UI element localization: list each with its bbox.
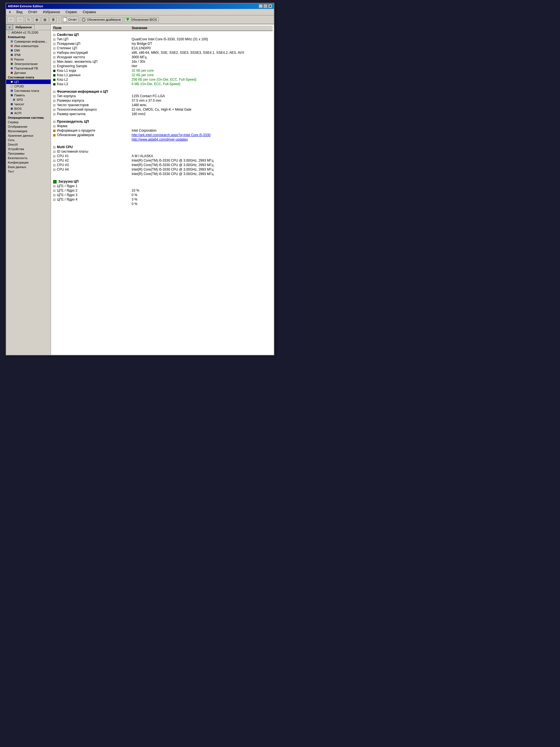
sidebar-item-mobo[interactable]: Системная плата (6, 88, 51, 93)
sidebar-item-database[interactable]: База данных (6, 165, 51, 169)
section-icon-physical (53, 91, 55, 93)
sidebar-item-hostname[interactable]: Имя компьютера (6, 44, 51, 48)
table-row: ЦП1 / Ядро 2 10 % (52, 188, 273, 193)
aida-link[interactable]: http://www.aida64.com/driver-updates (132, 137, 188, 141)
table-row: Исходная частота 3000 МГц (52, 55, 273, 59)
refresh-button[interactable]: ↻ (25, 17, 32, 23)
maximize-button[interactable]: □ (264, 4, 267, 8)
table-row: ID системной платы (52, 149, 273, 154)
sidebar-tab-о[interactable]: о (6, 24, 13, 30)
table-row: Число транзисторов 1480 млн. (52, 103, 273, 107)
toolbar: ← → ↻ ⊗ ⊞ 🖥 Отчёт Обновления драйверов О… (6, 16, 274, 24)
sidebar-item-cpuid[interactable]: CPUID (6, 84, 51, 88)
memory-icon (11, 94, 13, 96)
menu-view[interactable]: Вид (15, 9, 24, 15)
sidebar-item-power[interactable]: Электропитание (6, 61, 51, 66)
sidebar-item-test[interactable]: Тест (6, 169, 51, 174)
section-physical-info: Физическая информация о ЦП (52, 88, 273, 94)
bios-update-button[interactable]: Обновления BIOS (124, 17, 159, 22)
spd-icon (13, 99, 15, 101)
table-row: Степпинг ЦП E1/L1/N0/P0 (52, 46, 273, 50)
section-manufacturer: Производитель ЦП (52, 118, 273, 124)
table-row: Размеры корпуса 37.5 mm x 37.5 mm (52, 98, 273, 103)
home-button[interactable]: ⊞ (42, 17, 49, 23)
menu-я[interactable]: я (7, 9, 12, 15)
menu-favorites[interactable]: Избранное (41, 9, 61, 15)
sidebar-item-chipset[interactable]: Чипсет (6, 102, 51, 106)
window-controls[interactable]: _ □ ✕ (259, 4, 272, 8)
sidebar: о Избранное AIDA64 v2.70.2200 Компьютер … (6, 24, 51, 355)
back-button[interactable]: ← (7, 17, 15, 23)
sidebar-item-programs[interactable]: Программы (6, 151, 51, 156)
sidebar-item-directx[interactable]: DirectX (6, 142, 51, 147)
sidebar-item-os-section: Операционная система (6, 115, 51, 120)
section-cpu-load: Загрузка ЦП (52, 178, 273, 184)
table-row: Обновление драйверов http://ark.intel.co… (52, 133, 273, 137)
computer-button[interactable]: 🖥 (50, 17, 57, 22)
field-icon (53, 130, 55, 132)
content-area: Поле Значение Свойства ЦП (51, 24, 274, 355)
sidebar-item-bios[interactable]: BIOS (6, 106, 51, 111)
mobo-icon (11, 89, 13, 92)
menu-report[interactable]: Отчёт (26, 9, 39, 15)
sidebar-item-cpu[interactable]: ЦП (6, 80, 51, 84)
field-icon (53, 56, 55, 58)
sidebar-item-sensors[interactable]: Датчики (6, 71, 51, 75)
table-row: Мин./макс. множитель ЦП 16x / 30x (52, 59, 273, 64)
field-icon (53, 79, 55, 81)
sidebar-item-server[interactable]: Сервер (6, 120, 51, 124)
cpuid-icon (11, 85, 13, 87)
field-icon (53, 52, 55, 54)
forward-button[interactable]: → (16, 17, 24, 23)
sidebar-item-display[interactable]: Отображение (6, 124, 51, 129)
sidebar-item-acpi[interactable]: ACPI (6, 111, 51, 115)
table-row: Технологический процесс 22 nm, CMOS, Cu,… (52, 107, 273, 112)
minimize-button[interactable]: _ (259, 4, 263, 8)
sidebar-item-devices[interactable]: Устройства (6, 147, 51, 151)
summary-icon (11, 40, 13, 43)
menu-help[interactable]: Справка (81, 9, 98, 15)
sidebar-item-multimedia[interactable]: Мультимедиа (6, 129, 51, 133)
report-button[interactable]: Отчёт (61, 17, 79, 23)
chipset-icon (11, 103, 13, 105)
driver-update-button[interactable]: Обновления драйверов (80, 17, 123, 22)
overclock-icon (11, 58, 13, 60)
ipmi-icon (11, 54, 13, 56)
field-icon (53, 185, 55, 187)
sidebar-item-spd[interactable]: SPD (6, 98, 51, 102)
field-icon (53, 134, 55, 136)
sidebar-item-summary[interactable]: Суммарная информа... (6, 39, 51, 44)
section-icon-multicpu (53, 146, 55, 149)
sidebar-item-ipmi[interactable]: IPMI (6, 53, 51, 57)
field-header: Поле (53, 26, 132, 30)
data-table: Свойства ЦП Тип ЦП QuadCore Intel Core i… (52, 31, 273, 206)
sidebar-tab-favorites[interactable]: Избранное (13, 24, 34, 30)
sidebar-item-version[interactable]: AIDA64 v2.70.2200 (6, 30, 51, 35)
sidebar-item-storage[interactable]: Хранение данных (6, 133, 51, 138)
driver-link[interactable]: http://ark.intel.com/search.aspx?q=Intel… (132, 133, 211, 137)
table-row: CPU #1 A M I ALASKA (52, 154, 273, 158)
sidebar-item-overclock[interactable]: Разгон (6, 57, 51, 61)
menu-bar: я Вид Отчёт Избранное Сервис Справка (6, 9, 274, 16)
bios-update-label: Обновления BIOS (131, 18, 157, 21)
bios-icon (11, 107, 13, 110)
down-arrow-icon (126, 18, 129, 21)
sidebar-item-config[interactable]: Конфигурация (6, 160, 51, 165)
sidebar-item-portable[interactable]: Портативный ПК (6, 66, 51, 71)
sidebar-item-computer[interactable]: Компьютер (6, 35, 51, 39)
value-header: Значение (132, 26, 272, 30)
field-icon (53, 151, 55, 153)
stop-button[interactable]: ⊗ (33, 17, 40, 23)
field-icon (53, 65, 55, 68)
field-icon (53, 113, 55, 115)
sidebar-item-security[interactable]: Безопасность (6, 156, 51, 160)
driver-update-label: Обновления драйверов (87, 18, 121, 21)
close-button[interactable]: ✕ (268, 4, 272, 8)
field-icon (53, 169, 55, 171)
sidebar-item-dmi[interactable]: DMI (6, 48, 51, 53)
sidebar-item-network[interactable]: Сеть (6, 138, 51, 142)
acpi-icon (11, 112, 13, 114)
menu-service[interactable]: Сервис (64, 9, 79, 15)
sidebar-item-memory[interactable]: Память (6, 93, 51, 98)
field-icon (53, 155, 55, 157)
